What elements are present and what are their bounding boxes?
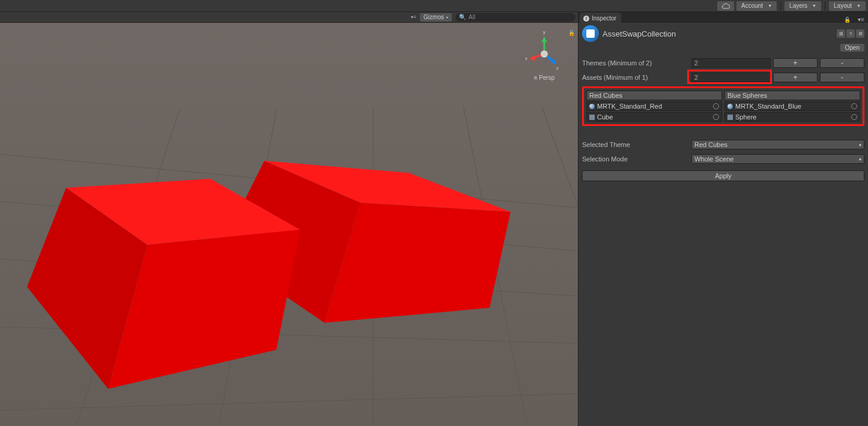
cloud-icon — [721, 3, 730, 9]
assets-increment-button[interactable]: + — [773, 73, 818, 82]
inspector-tab[interactable]: i Inspector — [580, 13, 621, 23]
mesh-icon — [727, 115, 733, 120]
material-icon — [727, 104, 733, 109]
inspector-menu-button[interactable]: ▾≡ — [854, 16, 868, 23]
asset-slot-material[interactable]: MRTK_Standard_Blue — [724, 101, 860, 111]
scriptable-object-icon — [582, 25, 599, 42]
themes-increment-button[interactable]: + — [773, 58, 818, 68]
scene-cubes — [24, 137, 517, 401]
help-button[interactable]: ? — [846, 29, 855, 38]
axis-z-label: z — [556, 65, 559, 71]
axis-x-label: x — [525, 56, 527, 61]
search-icon: 🔍 — [459, 14, 466, 20]
svg-point-23 — [541, 50, 548, 58]
themes-collection-highlight: Red Cubes MRTK_Standard_Red Cube Blue Sp… — [582, 86, 864, 126]
axis-y-label: y — [543, 29, 545, 35]
asset-slot-material[interactable]: MRTK_Standard_Red — [586, 101, 722, 111]
themes-label: Themes (Minimum of 2) — [582, 59, 689, 67]
gizmos-dropdown[interactable]: Gizmos ▾ — [420, 13, 452, 22]
theme-name-field[interactable]: Blue Spheres — [724, 91, 860, 100]
projection-label[interactable]: ≡ Persp — [520, 74, 568, 81]
themes-row: Themes (Minimum of 2) 2 + - — [582, 58, 864, 68]
theme-name-field[interactable]: Red Cubes — [586, 91, 722, 100]
asset-slot-mesh[interactable]: Cube — [586, 112, 722, 122]
selected-theme-row: Selected Theme Red Cubes♦ — [582, 139, 864, 150]
material-icon — [589, 104, 595, 109]
selection-mode-dropdown[interactable]: Whole Scene♦ — [691, 154, 864, 164]
svg-marker-20 — [541, 37, 547, 42]
lock-icon[interactable] — [568, 29, 574, 35]
assets-row: Assets (Minimum of 1) 2 + - — [582, 72, 864, 83]
toolbar-divider — [825, 2, 825, 10]
chevron-down-icon: ▼ — [812, 4, 816, 8]
chevron-down-icon: ▼ — [857, 4, 861, 8]
preset-button[interactable]: ⚙ — [856, 29, 864, 38]
cloud-collab-button[interactable] — [717, 1, 734, 11]
assets-label: Assets (Minimum of 1) — [582, 74, 689, 81]
scene-viewport[interactable]: x y z ≡ Persp — [0, 23, 578, 426]
scene-view-panel: ▾≡ Gizmos ▾ 🔍All — [0, 12, 578, 426]
inspector-panel: i Inspector ▾≡ AssetSwapCollection ⊞ ? ⚙… — [578, 12, 868, 426]
scene-search-input[interactable]: 🔍All — [455, 13, 575, 22]
dropdown-arrow-icon: ♦ — [859, 157, 861, 162]
prefab-overrides-button[interactable]: ⊞ — [837, 29, 845, 38]
object-header: AssetSwapCollection ⊞ ? ⚙ — [578, 23, 868, 43]
mesh-icon — [589, 115, 595, 120]
svg-marker-18 — [530, 55, 535, 61]
selected-theme-dropdown[interactable]: Red Cubes♦ — [691, 140, 864, 149]
layers-dropdown[interactable]: Layers▼ — [785, 1, 821, 11]
themes-decrement-button[interactable]: - — [820, 58, 864, 68]
info-icon: i — [583, 16, 589, 22]
selected-theme-label: Selected Theme — [582, 141, 689, 148]
orientation-gizmo[interactable]: x y z ≡ Persp — [520, 29, 568, 81]
object-picker-icon[interactable] — [713, 114, 719, 120]
asset-slot-mesh[interactable]: Sphere — [724, 112, 860, 122]
open-asset-button[interactable]: Open — [840, 44, 864, 52]
toolbar-divider — [780, 2, 781, 10]
object-title: AssetSwapCollection — [602, 29, 837, 38]
assets-count-field[interactable]: 2 — [691, 73, 771, 82]
selection-mode-row: Selection Mode Whole Scene♦ — [582, 154, 864, 164]
dropdown-arrow-icon: ♦ — [859, 142, 861, 148]
apply-button[interactable]: Apply — [582, 170, 864, 181]
inspector-lock-button[interactable] — [840, 16, 854, 23]
theme-column-1: Blue Spheres MRTK_Standard_Blue Sphere — [724, 91, 860, 122]
object-picker-icon[interactable] — [713, 103, 719, 109]
object-picker-icon[interactable] — [851, 114, 857, 120]
toolbar-drag-handle[interactable]: ▾≡ — [411, 14, 416, 20]
themes-count-field[interactable]: 2 — [691, 58, 771, 68]
chevron-down-icon: ▼ — [768, 4, 772, 8]
object-picker-icon[interactable] — [851, 103, 857, 109]
account-dropdown[interactable]: Account▼ — [736, 1, 777, 11]
selection-mode-label: Selection Mode — [582, 155, 689, 163]
highlight-assets-count — [687, 70, 772, 84]
scene-toolbar: ▾≡ Gizmos ▾ 🔍All — [0, 12, 578, 23]
assets-decrement-button[interactable]: - — [820, 73, 864, 82]
top-toolbar: Account▼ Layers▼ Layout▼ — [0, 0, 868, 12]
layout-dropdown[interactable]: Layout▼ — [829, 1, 866, 11]
theme-column-0: Red Cubes MRTK_Standard_Red Cube — [586, 91, 722, 122]
